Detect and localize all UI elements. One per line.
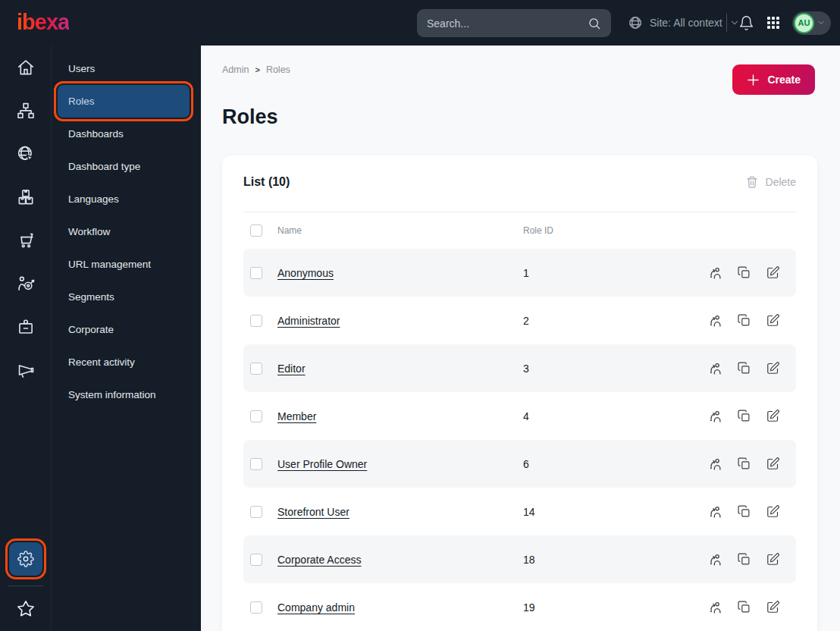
edit-button[interactable]	[766, 313, 780, 328]
sidebar-item-system-information[interactable]: System information	[58, 378, 190, 411]
assign-users-button[interactable]	[708, 361, 722, 375]
assign-users-button[interactable]	[708, 552, 722, 567]
rail-item-marketing[interactable]	[0, 348, 52, 391]
plus-icon	[747, 74, 760, 86]
role-name-link[interactable]: Corporate Access	[277, 554, 362, 566]
sidebar-item-corporate[interactable]: Corporate	[58, 313, 190, 346]
user-menu-button[interactable]: AU	[792, 11, 831, 35]
assign-users-button[interactable]	[708, 313, 722, 328]
rail-item-commerce[interactable]	[0, 218, 52, 262]
row-checkbox[interactable]	[250, 554, 262, 566]
role-name-link[interactable]: Storefront User	[277, 506, 349, 518]
copy-icon	[737, 552, 751, 567]
notifications-button[interactable]	[738, 15, 754, 31]
rail-item-corporate[interactable]	[0, 305, 52, 348]
row-checkbox[interactable]	[250, 315, 262, 327]
copy-button[interactable]	[737, 265, 751, 280]
sidebar-item-dashboard-type[interactable]: Dashboard type	[58, 150, 190, 183]
sidebar-item-recent-activity[interactable]: Recent activity	[58, 346, 190, 378]
copy-button[interactable]	[737, 600, 751, 614]
rail-item-settings[interactable]	[9, 542, 42, 576]
copy-button[interactable]	[737, 457, 751, 471]
assign-users-button[interactable]	[708, 600, 722, 614]
role-id-value: 14	[523, 506, 708, 518]
sidebar-item-segments[interactable]: Segments	[58, 281, 190, 313]
page-title: Roles	[222, 105, 278, 129]
table-row: Anonymous 1	[243, 249, 796, 297]
breadcrumb: Admin > Roles	[222, 64, 290, 75]
edit-button[interactable]	[766, 552, 780, 567]
sidebar-item-url-management[interactable]: URL management	[58, 248, 190, 281]
copy-button[interactable]	[737, 552, 751, 567]
rail-divider	[8, 585, 43, 586]
role-name-link[interactable]: Editor	[277, 363, 306, 375]
edit-button[interactable]	[766, 457, 780, 471]
breadcrumb-admin[interactable]: Admin	[222, 64, 249, 75]
rail-item-product-catalog[interactable]	[0, 175, 52, 218]
home-icon	[16, 58, 36, 77]
sidebar-item-label: Languages	[68, 193, 119, 205]
create-button[interactable]: Create	[732, 64, 815, 95]
rail-item-dashboard[interactable]	[0, 46, 52, 89]
edit-button[interactable]	[766, 504, 780, 519]
assign-user-icon	[708, 504, 722, 519]
row-checkbox[interactable]	[250, 601, 262, 614]
role-name-link[interactable]: Member	[277, 410, 316, 422]
copy-button[interactable]	[737, 361, 751, 375]
role-id-value: 19	[523, 601, 708, 614]
rail-item-personalization[interactable]	[0, 262, 52, 305]
delete-button[interactable]: Delete	[745, 175, 796, 189]
row-checkbox[interactable]	[250, 458, 262, 470]
edit-button[interactable]	[766, 409, 780, 423]
select-all-checkbox[interactable]	[250, 224, 262, 237]
sidebar-item-workflow[interactable]: Workflow	[58, 215, 190, 248]
rail-item-bookmarks[interactable]	[16, 593, 36, 625]
row-actions	[708, 361, 780, 375]
search-input[interactable]	[427, 17, 588, 30]
assign-users-button[interactable]	[708, 265, 722, 280]
assign-user-icon	[708, 600, 722, 614]
row-checkbox[interactable]	[250, 506, 262, 518]
edit-button[interactable]	[766, 600, 780, 614]
chevron-down-icon	[816, 18, 826, 27]
roles-list-card: List (10) Delete Name Role ID Anonymous …	[222, 155, 817, 631]
assign-users-button[interactable]	[708, 504, 722, 519]
edit-button[interactable]	[766, 265, 780, 280]
site-context-selector[interactable]: Site: All context	[628, 0, 740, 46]
rail-item-content[interactable]	[0, 89, 52, 132]
assign-users-button[interactable]	[708, 457, 722, 471]
copy-button[interactable]	[737, 409, 751, 423]
edit-icon	[766, 457, 780, 471]
rail-item-site[interactable]	[0, 132, 52, 175]
apps-menu-button[interactable]	[766, 15, 781, 30]
table-row: Member 4	[243, 392, 796, 440]
edit-button[interactable]	[766, 361, 780, 375]
sidebar-item-roles[interactable]: Roles	[58, 85, 190, 118]
copy-icon	[737, 504, 751, 519]
copy-button[interactable]	[737, 313, 751, 328]
sidebar-item-dashboards[interactable]: Dashboards	[58, 118, 190, 150]
role-name-link[interactable]: Anonymous	[277, 267, 334, 279]
main-icon-rail	[0, 46, 52, 631]
sidebar-item-label: Roles	[68, 96, 95, 107]
row-checkbox[interactable]	[250, 267, 262, 279]
breadcrumb-roles[interactable]: Roles	[266, 64, 290, 75]
globe-icon	[628, 15, 643, 30]
row-checkbox[interactable]	[250, 410, 262, 422]
row-actions	[708, 409, 780, 423]
sidebar-item-languages[interactable]: Languages	[58, 183, 190, 215]
row-checkbox[interactable]	[250, 363, 262, 375]
star-icon	[16, 599, 36, 619]
role-name-link[interactable]: User Profile Owner	[277, 458, 367, 470]
ibexa-logo: ibexa	[17, 10, 69, 35]
role-name-link[interactable]: Administrator	[277, 315, 340, 327]
table-row: Storefront User 14	[243, 488, 796, 535]
role-name-link[interactable]: Company admin	[277, 601, 355, 614]
table-row: Company admin 19	[243, 583, 796, 631]
site-context-label: Site: All context	[650, 17, 722, 29]
global-search[interactable]	[417, 9, 611, 37]
sidebar-item-users[interactable]: Users	[58, 52, 190, 85]
copy-button[interactable]	[737, 504, 751, 519]
table-header-row: Name Role ID	[243, 212, 796, 249]
assign-users-button[interactable]	[708, 409, 722, 423]
